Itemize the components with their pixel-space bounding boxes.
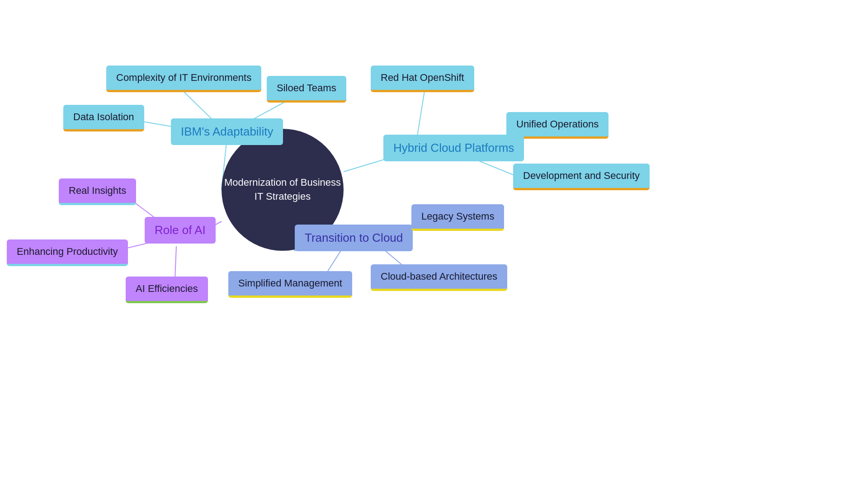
transition-cloud-node[interactable]: Transition to Cloud bbox=[295, 225, 413, 251]
ibm-adaptability-node[interactable]: IBM's Adaptability bbox=[171, 118, 283, 145]
ai-efficiencies-node[interactable]: AI Efficiencies bbox=[126, 277, 208, 303]
red-hat-node[interactable]: Red Hat OpenShift bbox=[371, 66, 474, 92]
complexity-node[interactable]: Complexity of IT Environments bbox=[106, 66, 261, 92]
enhancing-productivity-node[interactable]: Enhancing Productivity bbox=[7, 239, 128, 266]
dev-security-node[interactable]: Development and Security bbox=[513, 164, 650, 190]
real-insights-node[interactable]: Real Insights bbox=[59, 178, 136, 205]
role-of-ai-node[interactable]: Role of AI bbox=[145, 217, 216, 244]
hybrid-cloud-node[interactable]: Hybrid Cloud Platforms bbox=[383, 135, 524, 161]
simplified-management-node[interactable]: Simplified Management bbox=[228, 271, 352, 298]
data-isolation-node[interactable]: Data Isolation bbox=[63, 105, 144, 131]
legacy-systems-node[interactable]: Legacy Systems bbox=[411, 204, 504, 231]
svg-line-11 bbox=[175, 246, 176, 279]
siloed-teams-node[interactable]: Siloed Teams bbox=[267, 76, 346, 103]
cloud-arch-node[interactable]: Cloud-based Architectures bbox=[371, 264, 507, 291]
